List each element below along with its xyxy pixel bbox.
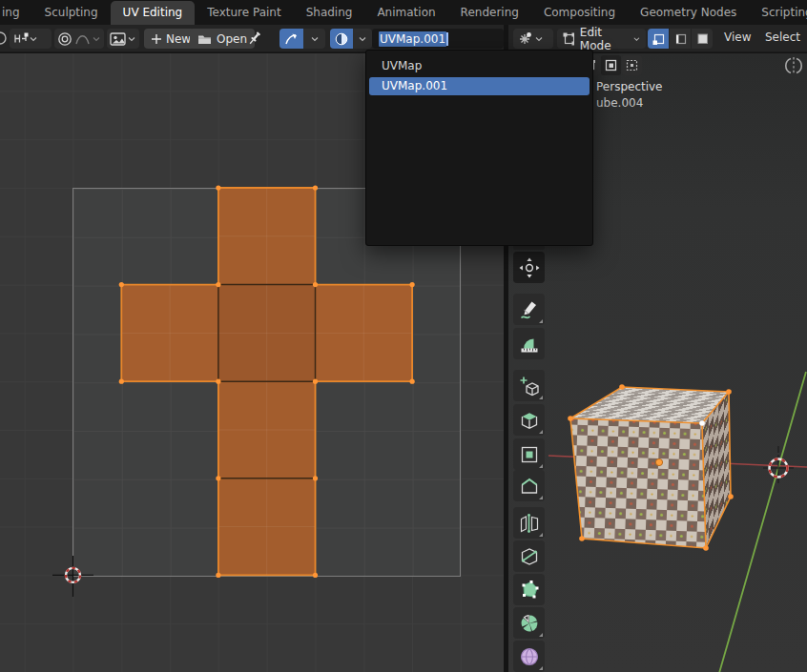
image-icon[interactable] — [110, 31, 126, 47]
view-menu[interactable]: View — [724, 31, 751, 44]
xray-toggle[interactable] — [782, 56, 805, 75]
smooth-tool-icon — [519, 646, 540, 667]
chevron-down-icon — [633, 35, 640, 43]
tab-modeling-partial[interactable]: ing — [0, 1, 32, 25]
object-origin-dot — [655, 458, 662, 465]
select-menu[interactable]: Select — [765, 31, 800, 44]
mode-dropdown[interactable]: Edit Mode — [557, 29, 646, 49]
tab-compositing[interactable]: Compositing — [531, 1, 628, 25]
projection-label: Perspective — [596, 79, 663, 95]
display-channels-toggle[interactable] — [330, 29, 353, 49]
xray-region-toggle[interactable] — [622, 55, 642, 75]
tool-annotate[interactable] — [513, 294, 545, 325]
uv-sync-dropdown[interactable] — [303, 29, 325, 49]
snap-increment-icon[interactable] — [517, 31, 532, 47]
face-select-button[interactable] — [692, 29, 713, 49]
tool-smooth[interactable] — [513, 641, 545, 672]
xray-icon — [782, 56, 805, 75]
display-channels-dropdown[interactable] — [353, 29, 372, 49]
display-channels-group — [330, 29, 372, 49]
measure-tool-icon — [519, 334, 540, 355]
uv-sync-select-group — [279, 29, 325, 49]
loop-cut-tool-icon — [519, 513, 540, 534]
chevron-down-icon — [30, 35, 37, 43]
tool-bevel[interactable] — [513, 470, 545, 501]
pin-icon — [247, 31, 263, 47]
uv-snapping-button[interactable] — [10, 29, 52, 49]
spin-tool-icon — [519, 613, 540, 634]
plus-icon — [152, 34, 161, 44]
chevron-down-icon[interactable] — [535, 35, 543, 43]
sync-arrow-icon — [284, 31, 299, 46]
workspace-tabbar: ing Sculpting UV Editing Texture Paint S… — [0, 0, 807, 25]
folder-icon — [197, 33, 212, 45]
cube-mesh — [568, 384, 734, 551]
select-mode-buttons — [648, 29, 713, 49]
dropdown-item-uvmap-001[interactable]: UVMap.001 — [369, 77, 590, 95]
falloff-curve-icon[interactable] — [75, 32, 90, 46]
tool-knife[interactable] — [513, 540, 545, 572]
annotate-tool-icon — [519, 299, 540, 320]
tool-inset-faces[interactable] — [513, 438, 545, 470]
uv-map-name-selected-text: UVMap.001 — [379, 31, 446, 47]
tool-add-cube[interactable] — [513, 370, 545, 401]
extrude-tool-icon — [519, 410, 540, 431]
dashed-square-icon — [626, 59, 638, 71]
tab-geometry-nodes[interactable]: Geometry Nodes — [628, 1, 749, 25]
chevron-down-icon — [311, 35, 319, 43]
open-image-button[interactable]: Open — [190, 29, 255, 49]
new-image-label: New — [166, 32, 191, 46]
inset-tool-icon — [519, 444, 540, 465]
knife-tool-icon — [519, 546, 540, 567]
tab-animation[interactable]: Animation — [364, 1, 447, 25]
clipped-circle-icon — [0, 31, 8, 46]
tab-texture-paint[interactable]: Texture Paint — [195, 1, 293, 25]
move-tool-icon — [519, 257, 540, 278]
image-browse-group — [107, 29, 139, 49]
dropdown-item-uvmap[interactable]: UVMap — [369, 57, 590, 75]
open-image-label: Open — [217, 32, 247, 46]
edge-select-button[interactable] — [670, 29, 691, 49]
overlays-toggle-icon — [605, 59, 617, 71]
text-cursor — [446, 32, 448, 46]
tab-shading[interactable]: Shading — [294, 1, 365, 25]
edge-select-icon — [674, 32, 687, 45]
edit-mode-icon — [563, 32, 574, 46]
uv-sync-select-toggle[interactable] — [279, 29, 303, 49]
uv-2d-cursor — [52, 556, 93, 597]
tool-move[interactable] — [513, 252, 545, 283]
show-overlays-toggle[interactable] — [601, 55, 621, 75]
tool-extrude-region[interactable] — [513, 404, 545, 436]
add-cube-tool-icon — [519, 376, 540, 397]
uv-snap-icon — [13, 31, 30, 46]
object-name-label: ube.004 — [596, 95, 663, 112]
tool-poly-build[interactable] — [513, 574, 545, 605]
chevron-down-icon[interactable] — [93, 35, 100, 43]
active-vertex — [699, 420, 705, 426]
vertex-select-button[interactable] — [648, 29, 669, 49]
sphere-icon — [335, 32, 348, 46]
mode-label: Edit Mode — [580, 26, 628, 52]
tab-scripting[interactable]: Scripting — [749, 1, 807, 25]
viewport-overlay-text: Perspective ube.004 — [596, 79, 663, 112]
pin-image-button[interactable] — [247, 31, 263, 47]
chevron-down-icon[interactable] — [128, 35, 135, 43]
tab-sculpting[interactable]: Sculpting — [32, 1, 111, 25]
tool-spin[interactable] — [513, 607, 545, 639]
chevron-down-icon — [359, 35, 366, 43]
tab-uv-editing[interactable]: UV Editing — [111, 1, 196, 25]
proportional-editing-icon[interactable] — [57, 31, 72, 47]
uv-map-dropdown-panel: UVMap UVMap.001 — [365, 50, 593, 246]
tool-loop-cut[interactable] — [513, 507, 545, 539]
poly-build-tool-icon — [519, 580, 540, 601]
face-select-icon — [696, 32, 709, 45]
viewport-snapping-group — [513, 29, 553, 49]
uv-map-name-field[interactable]: UVMap.001 — [372, 29, 504, 49]
bevel-tool-icon — [519, 476, 540, 497]
proportional-editing-group — [54, 29, 104, 49]
tool-measure[interactable] — [513, 328, 545, 359]
uv-editor-header: New Open — [0, 25, 504, 52]
tab-rendering[interactable]: Rendering — [448, 1, 531, 25]
vertex-select-icon — [652, 32, 665, 45]
viewport-header: Edit Mode View Select — [508, 25, 807, 52]
